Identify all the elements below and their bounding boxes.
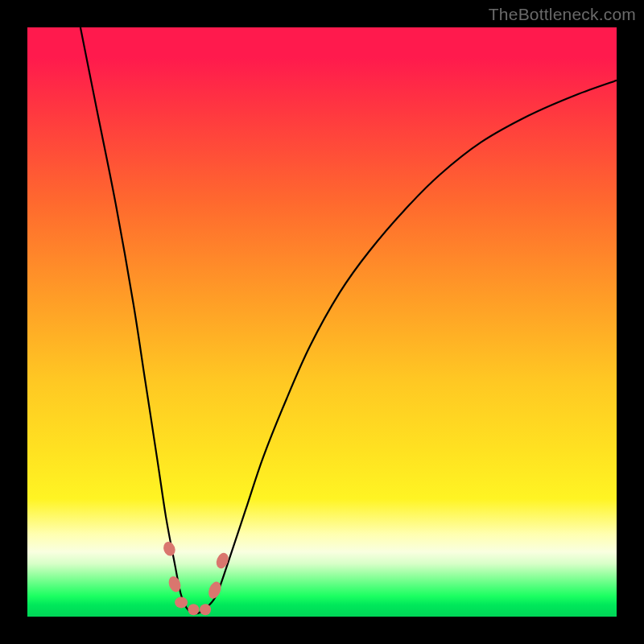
curve-marker xyxy=(188,604,199,615)
watermark-text: TheBottleneck.com xyxy=(489,5,636,24)
curve-marker xyxy=(214,551,230,571)
chart-frame: TheBottleneck.com xyxy=(0,0,644,644)
curve-marker xyxy=(200,604,211,615)
plot-area xyxy=(27,27,617,617)
bottleneck-curve xyxy=(27,27,617,617)
curve-marker xyxy=(162,540,177,558)
curve-marker xyxy=(175,597,188,608)
